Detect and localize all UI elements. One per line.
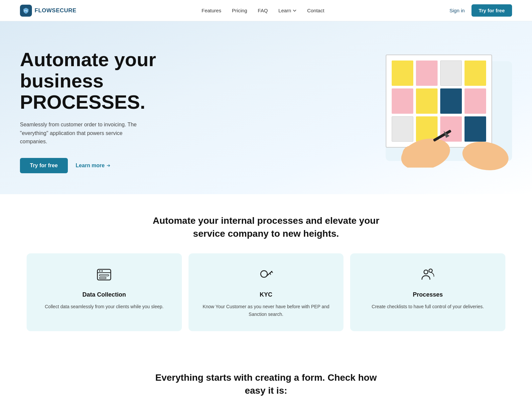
svg-text:FS: FS (24, 9, 28, 12)
feature-card-processes: Processes Create checklists to have full… (350, 253, 505, 331)
key-icon (199, 267, 334, 286)
features-grid: Data Collection Collect data seamlessly … (0, 253, 532, 351)
chevron-down-icon (293, 9, 297, 13)
people-icon (360, 267, 495, 286)
hero-subtitle: Seamlessly from customer order to invoic… (20, 120, 146, 146)
nav-learn[interactable]: Learn (278, 8, 296, 13)
feature-desc-processes: Create checklists to have full control o… (360, 303, 495, 310)
feature-card-kyc: KYC Know Your Customer as you never have… (189, 253, 344, 331)
nav-try-button[interactable]: Try for free (471, 4, 512, 17)
sticky-note (392, 88, 413, 114)
feature-title-data-collection: Data Collection (37, 291, 172, 298)
nav-features[interactable]: Features (201, 8, 221, 13)
nav-pricing[interactable]: Pricing (232, 8, 247, 13)
features-section-title-wrap: Automate your internal processes and ele… (0, 194, 532, 253)
features-section-title: Automate your internal processes and ele… (146, 214, 386, 240)
navbar: FS FLOWSECURE Features Pricing FAQ Learn… (0, 0, 532, 21)
svg-point-18 (429, 269, 432, 272)
sticky-note (392, 61, 413, 86)
sticky-note (440, 88, 462, 114)
feature-card-data-collection: Data Collection Collect data seamlessly … (27, 253, 182, 331)
signin-button[interactable]: Sign in (450, 8, 465, 13)
feature-desc-kyc: Know Your Customer as you never have bef… (199, 303, 334, 318)
nav-actions: Sign in Try for free (450, 4, 512, 17)
sticky-note (465, 88, 486, 114)
browser-icon (37, 267, 172, 286)
hero-title: Automate your business PROCESSES. (20, 49, 156, 112)
hand-left (399, 128, 459, 168)
svg-rect-11 (99, 275, 109, 276)
hero-illustration (386, 55, 512, 168)
sticky-note (416, 88, 438, 114)
nav-faq[interactable]: FAQ (258, 8, 268, 13)
sticky-note (440, 61, 462, 86)
logo-link[interactable]: FS FLOWSECURE (20, 5, 76, 17)
svg-point-10 (101, 270, 103, 272)
feature-title-kyc: KYC (199, 291, 334, 298)
arrow-right-icon (106, 163, 111, 168)
feature-desc-data-collection: Collect data seamlessly from your client… (37, 303, 172, 310)
hand-right (459, 131, 512, 171)
cta-title: Everything starts with creating a form. … (146, 371, 386, 397)
hero-actions: Try for free Learn more (20, 158, 156, 173)
svg-point-13 (261, 271, 267, 277)
svg-point-9 (99, 270, 100, 272)
hero-try-button[interactable]: Try for free (20, 158, 68, 173)
hero-learn-link[interactable]: Learn more (76, 163, 111, 169)
sticky-note (416, 61, 438, 86)
hero-section: Automate your business PROCESSES. Seamle… (0, 21, 532, 194)
cta-section: Everything starts with creating a form. … (0, 351, 532, 399)
logo-icon: FS (20, 5, 32, 17)
nav-contact[interactable]: Contact (307, 8, 325, 13)
feature-title-processes: Processes (360, 291, 495, 298)
logo-text: FLOWSECURE (35, 7, 76, 14)
sticky-note (465, 61, 486, 86)
hero-content: Automate your business PROCESSES. Seamle… (20, 49, 156, 173)
svg-point-17 (424, 270, 428, 274)
svg-line-16 (271, 271, 273, 273)
svg-rect-12 (99, 277, 106, 279)
nav-links: Features Pricing FAQ Learn Contact (201, 8, 324, 13)
